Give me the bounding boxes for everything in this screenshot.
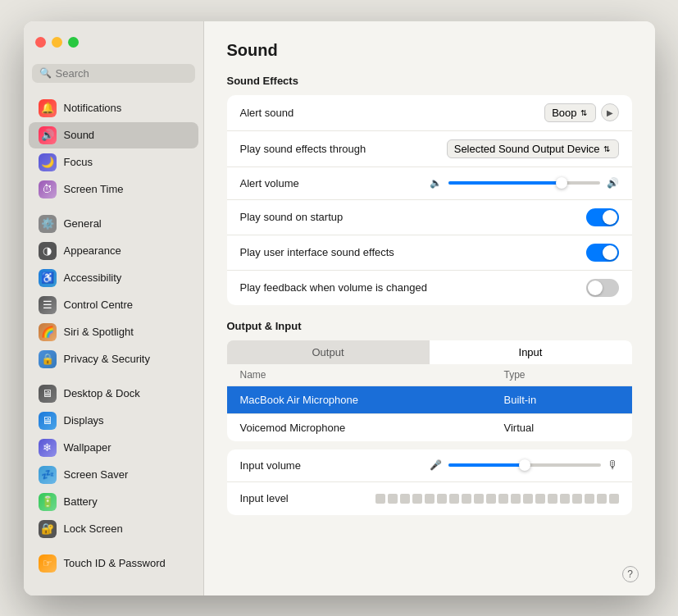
device-row-macbook-microphone[interactable]: MacBook Air Microphone Built-in: [227, 386, 632, 414]
minimize-button[interactable]: [52, 37, 62, 48]
sidebar-item-focus[interactable]: 🌙 Focus: [29, 149, 198, 176]
ui-sounds-label: Play user interface sound effects: [240, 246, 586, 258]
sidebar-item-lockscreen[interactable]: 🔐 Lock Screen: [29, 516, 198, 542]
sidebar-item-accessibility[interactable]: ♿ Accessibility: [29, 265, 198, 291]
startup-sound-label: Play sound on startup: [240, 211, 586, 223]
input-level-row: Input level: [227, 482, 632, 515]
sidebar-item-desktop[interactable]: 🖥 Desktop & Dock: [29, 381, 198, 407]
volume-low-icon: 🔈: [430, 177, 442, 189]
play-through-label: Play sound effects through: [240, 143, 447, 155]
device-type-macbook: Built-in: [504, 394, 619, 406]
main-window: 🔍 🔔 Notifications 🔊 Sound 🌙 Focus ⏱ Scre: [24, 21, 655, 595]
output-input-section-title: Output & Input: [227, 320, 632, 332]
privacy-icon: 🔒: [39, 350, 57, 368]
sidebar-item-general[interactable]: ⚙️ General: [29, 211, 198, 237]
alert-sound-row: Alert sound Boop ⇅ ▶: [227, 95, 632, 131]
input-volume-thumb[interactable]: [519, 459, 530, 471]
sidebar-label-screensaver: Screen Saver: [64, 468, 129, 481]
alert-volume-thumb[interactable]: [556, 177, 567, 189]
close-button[interactable]: [35, 37, 46, 48]
level-dot-12: [511, 494, 521, 504]
search-input[interactable]: [56, 67, 188, 80]
input-volume-track[interactable]: [448, 463, 601, 467]
sidebar-item-siri[interactable]: 🌈 Siri & Spotlight: [29, 319, 198, 345]
search-box[interactable]: 🔍: [32, 64, 195, 83]
sidebar-label-sound: Sound: [64, 129, 95, 141]
level-dot-8: [462, 494, 471, 504]
level-dot-13: [523, 494, 533, 504]
sidebar-item-sound[interactable]: 🔊 Sound: [29, 122, 198, 148]
level-dot-15: [548, 494, 557, 504]
ui-sounds-row: Play user interface sound effects: [227, 235, 632, 271]
input-volume-slider-container: 🎤 🎙: [430, 459, 619, 472]
main-content: Sound Sound Effects Alert sound Boop ⇅ ▶…: [204, 21, 655, 595]
device-row-voicemod[interactable]: Voicemod Microphone Virtual: [227, 414, 632, 441]
level-dot-5: [425, 494, 435, 504]
chevron-up-down-icon2: ⇅: [603, 144, 610, 153]
level-dot-19: [597, 494, 607, 504]
sidebar-list: 🔔 Notifications 🔊 Sound 🌙 Focus ⏱ Screen…: [24, 91, 203, 595]
input-volume-high-icon: 🎙: [607, 459, 619, 472]
sidebar-item-touchid[interactable]: ☞ Touch ID & Password: [29, 550, 198, 577]
alert-volume-track[interactable]: [448, 181, 600, 185]
input-level-indicator: [375, 494, 619, 504]
sidebar-label-focus: Focus: [64, 156, 93, 168]
device-table: Name Type MacBook Air Microphone Built-i…: [227, 364, 632, 441]
sidebar-label-lockscreen: Lock Screen: [64, 522, 123, 535]
search-icon: 🔍: [39, 67, 52, 79]
alert-sound-label: Alert sound: [240, 107, 545, 119]
sidebar-item-notifications[interactable]: 🔔 Notifications: [29, 95, 198, 121]
level-dot-9: [474, 494, 484, 504]
touchid-icon: ☞: [39, 554, 57, 573]
sidebar-label-desktop: Desktop & Dock: [64, 387, 140, 399]
startup-sound-toggle[interactable]: [586, 208, 619, 226]
play-through-dropdown[interactable]: Selected Sound Output Device ⇅: [447, 139, 619, 158]
alert-volume-label: Alert volume: [240, 177, 430, 189]
maximize-button[interactable]: [68, 37, 79, 48]
sidebar-item-appearance[interactable]: ◑ Appearance: [29, 238, 198, 264]
volume-feedback-toggle-knob: [588, 281, 603, 295]
level-dot-14: [535, 494, 545, 504]
ui-sounds-toggle[interactable]: [586, 244, 619, 262]
volume-feedback-label: Play feedback when volume is changed: [240, 281, 586, 294]
sidebar-label-notifications: Notifications: [64, 102, 122, 114]
level-dot-18: [585, 494, 594, 504]
volume-feedback-row: Play feedback when volume is changed: [227, 271, 632, 305]
input-tab[interactable]: Input: [430, 340, 632, 364]
input-level-label: Input level: [240, 492, 375, 504]
sidebar-item-screentime[interactable]: ⏱ Screen Time: [29, 176, 198, 203]
device-type-voicemod: Virtual: [504, 422, 619, 434]
sidebar-item-wallpaper[interactable]: ❄ Wallpaper: [29, 435, 198, 461]
sidebar-item-battery[interactable]: 🔋 Battery: [29, 489, 198, 515]
startup-sound-toggle-knob: [603, 210, 617, 225]
siri-icon: 🌈: [39, 323, 57, 341]
alert-volume-row: Alert volume 🔈 🔊: [227, 167, 632, 200]
device-name-macbook: MacBook Air Microphone: [240, 394, 504, 406]
accessibility-icon: ♿: [39, 269, 57, 287]
sidebar: 🔍 🔔 Notifications 🔊 Sound 🌙 Focus ⏱ Scre: [24, 21, 204, 595]
sidebar-item-screensaver[interactable]: 💤 Screen Saver: [29, 462, 198, 488]
level-dot-7: [449, 494, 459, 504]
notifications-icon: 🔔: [39, 99, 57, 117]
input-settings-card: Input volume 🎤 🎙 Input level: [227, 449, 632, 515]
ui-sounds-toggle-knob: [603, 245, 617, 260]
displays-icon: 🖥: [39, 412, 57, 430]
sidebar-item-privacy[interactable]: 🔒 Privacy & Security: [29, 346, 198, 372]
level-dot-4: [412, 494, 422, 504]
help-button[interactable]: ?: [622, 566, 639, 582]
sidebar-label-screentime: Screen Time: [64, 183, 124, 195]
output-tab[interactable]: Output: [227, 340, 430, 364]
volume-feedback-toggle[interactable]: [586, 279, 619, 297]
play-button[interactable]: ▶: [601, 103, 619, 121]
desktop-icon: 🖥: [39, 385, 57, 403]
general-icon: ⚙️: [39, 215, 57, 233]
sound-icon: 🔊: [39, 126, 57, 144]
sidebar-label-accessibility: Accessibility: [64, 271, 122, 284]
alert-sound-dropdown[interactable]: Boop ⇅: [544, 103, 595, 122]
screentime-icon: ⏱: [39, 180, 57, 198]
wallpaper-icon: ❄: [39, 439, 57, 457]
sidebar-item-control[interactable]: ☰ Control Centre: [29, 292, 198, 318]
sidebar-item-displays[interactable]: 🖥 Displays: [29, 408, 198, 434]
level-dot-6: [437, 494, 447, 504]
sidebar-label-privacy: Privacy & Security: [64, 353, 150, 365]
